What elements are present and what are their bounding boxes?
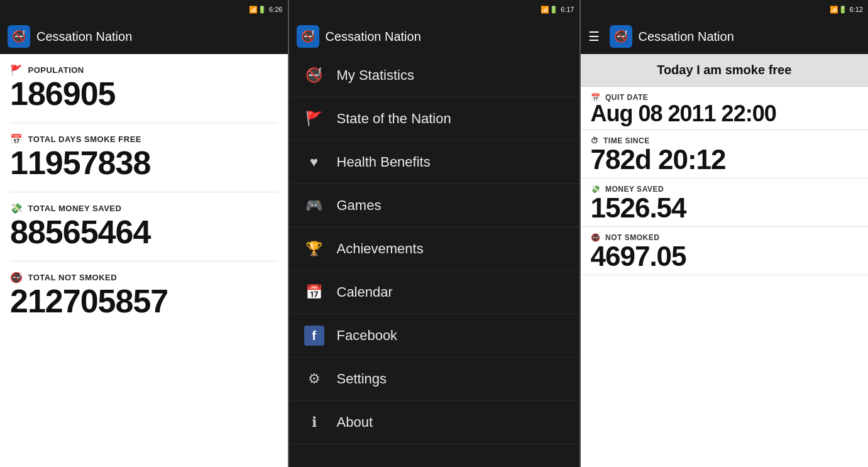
calendar-icon-p1: 📅 xyxy=(10,133,23,145)
nav-label-games: Games xyxy=(337,197,382,214)
total-days-label: 📅 TOTAL DAYS SMOKE FREE xyxy=(10,133,278,145)
time-since-value: 782d 20:12 xyxy=(591,145,859,174)
app-icon-panel3: 🚭 xyxy=(610,25,632,48)
nav-label-settings: Settings xyxy=(337,371,387,387)
nav-icon-about: ℹ xyxy=(304,412,324,432)
nav-icon-games: 🎮 xyxy=(304,195,324,216)
money-saved-label: 💸 TOTAL MONEY SAVED xyxy=(10,202,278,214)
total-days-value: 11957838 xyxy=(10,146,278,179)
nav-label-calendar: Calendar xyxy=(337,284,393,300)
nav-icon-facebook: f xyxy=(304,326,324,346)
status-icons-panel3: 📶🔋 xyxy=(830,6,847,14)
not-smoked-label: 🚭 TOTAL NOT SMOKED xyxy=(10,272,278,283)
app-title-panel3: Cessation Nation xyxy=(639,30,734,44)
status-bar-panel3: 📶🔋 6:12 xyxy=(581,0,869,19)
nav-item-games[interactable]: 🎮 Games xyxy=(289,184,580,228)
statistics-panel: 📶🔋 6:26 🚭 Cessation Nation 🚩 POPULATION … xyxy=(0,0,288,467)
money-saved-today-value: 1526.54 xyxy=(591,194,859,223)
not-smoked-block: 🚭 TOTAL NOT SMOKED 212705857 xyxy=(10,272,278,317)
nav-icon-state-of-nation: 🚩 xyxy=(304,109,324,129)
nav-item-calendar[interactable]: 📅 Calendar xyxy=(289,271,580,314)
not-smoked-today-value: 4697.05 xyxy=(591,242,859,271)
status-time-panel3: 6:12 xyxy=(850,6,863,13)
app-icon-panel1: 🚭 xyxy=(8,25,30,48)
nav-item-achievements[interactable]: 🏆 Achievements xyxy=(289,228,580,271)
status-time-panel1: 6:26 xyxy=(269,6,282,13)
population-icon: 🚩 xyxy=(10,64,23,76)
nav-item-state-of-nation[interactable]: 🚩 State of the Nation xyxy=(289,97,580,141)
not-smoked-today-block: 🚭 NOT SMOKED 4697.05 xyxy=(581,227,869,275)
nav-item-my-statistics[interactable]: 🚭 My Statistics xyxy=(289,54,580,97)
nav-icon-my-statistics: 🚭 xyxy=(304,65,324,85)
nav-label-about: About xyxy=(337,414,373,431)
statistics-content: 🚩 POPULATION 186905 📅 TOTAL DAYS SMOKE F… xyxy=(0,54,288,467)
today-smoke-free-button[interactable]: Today I am smoke free xyxy=(581,54,869,87)
navigation-panel: 📶🔋 6:17 🚭 Cessation Nation 🚭 My Statisti… xyxy=(289,0,580,467)
nav-icon-health-benefits: ♥ xyxy=(304,152,324,172)
status-bar-panel2: 📶🔋 6:17 xyxy=(289,0,580,19)
app-title-panel1: Cessation Nation xyxy=(36,30,132,44)
time-since-block: ⏱ TIME SINCE 782d 20:12 xyxy=(581,130,869,179)
status-icons-panel1: 📶🔋 xyxy=(249,6,266,14)
status-bar-panel1: 📶🔋 6:26 xyxy=(0,0,288,19)
nav-label-my-statistics: My Statistics xyxy=(337,67,414,84)
money-saved-today-block: 💸 MONEY SAVED 1526.54 xyxy=(581,179,869,227)
quit-date-value: Aug 08 2011 22:00 xyxy=(591,102,859,126)
money-saved-block: 💸 TOTAL MONEY SAVED 88565464 xyxy=(10,202,278,248)
population-label: 🚩 POPULATION xyxy=(10,64,278,76)
nav-label-facebook: Facebook xyxy=(337,327,398,344)
quit-date-block: 📅 QUIT DATE Aug 08 2011 22:00 xyxy=(581,87,869,130)
money-saved-value: 88565464 xyxy=(10,216,278,248)
population-block: 🚩 POPULATION 186905 xyxy=(10,64,278,110)
nav-label-health-benefits: Health Benefits xyxy=(337,154,431,170)
status-icons-panel2: 📶🔋 xyxy=(541,6,558,14)
app-bar-panel1: 🚭 Cessation Nation xyxy=(0,19,288,54)
app-icon-panel2: 🚭 xyxy=(297,25,319,48)
hamburger-icon[interactable]: ☰ xyxy=(588,29,600,44)
nav-item-about[interactable]: ℹ About xyxy=(289,401,580,444)
nav-menu: 🚭 My Statistics 🚩 State of the Nation ♥ … xyxy=(289,54,580,467)
app-title-panel2: Cessation Nation xyxy=(326,30,421,44)
nav-icon-calendar: 📅 xyxy=(304,282,324,302)
total-days-block: 📅 TOTAL DAYS SMOKE FREE 11957838 xyxy=(10,133,278,179)
nav-label-achievements: Achievements xyxy=(337,241,424,257)
nav-item-settings[interactable]: ⚙ Settings xyxy=(289,358,580,401)
status-time-panel2: 6:17 xyxy=(561,6,574,13)
no-smoke-icon-p1: 🚭 xyxy=(10,272,23,283)
app-bar-panel2: 🚭 Cessation Nation xyxy=(289,19,580,54)
nav-label-state-of-nation: State of the Nation xyxy=(337,111,451,127)
today-content: Today I am smoke free 📅 QUIT DATE Aug 08… xyxy=(581,54,869,467)
nav-item-facebook[interactable]: f Facebook xyxy=(289,314,580,358)
nav-icon-achievements: 🏆 xyxy=(304,239,324,259)
population-value: 186905 xyxy=(10,77,278,110)
app-bar-panel3: ☰ 🚭 Cessation Nation xyxy=(581,19,869,54)
money-icon-p1: 💸 xyxy=(10,202,23,214)
nav-icon-settings: ⚙ xyxy=(304,369,324,389)
not-smoked-value: 212705857 xyxy=(10,285,278,317)
today-panel: 📶🔋 6:12 ☰ 🚭 Cessation Nation Today I am … xyxy=(581,0,869,467)
nav-item-health-benefits[interactable]: ♥ Health Benefits xyxy=(289,141,580,184)
